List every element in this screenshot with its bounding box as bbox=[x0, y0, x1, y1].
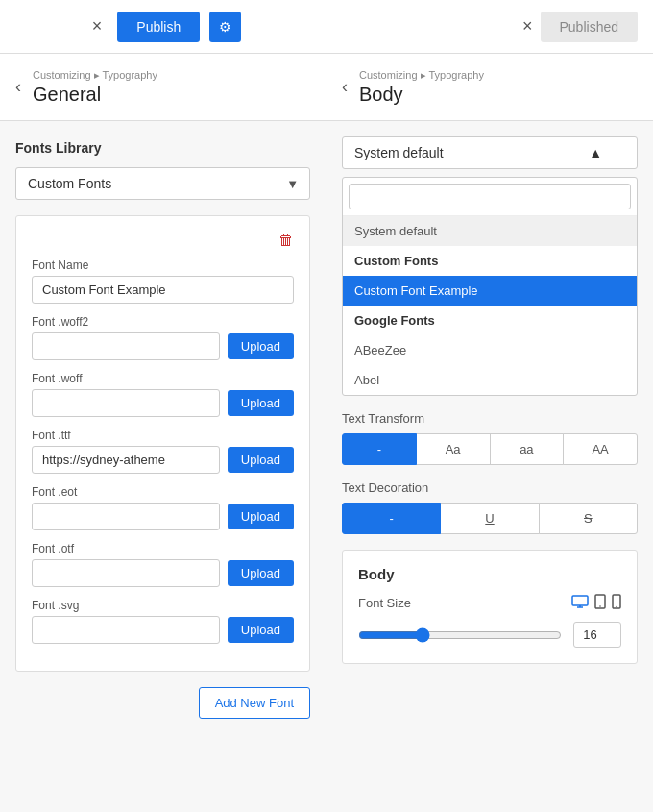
published-button: Published bbox=[541, 12, 639, 42]
dropdown-search-input[interactable] bbox=[349, 184, 631, 209]
font-svg-row: Upload bbox=[32, 616, 294, 644]
fonts-select[interactable]: Custom Fonts bbox=[15, 167, 310, 200]
font-eot-field: Font .eot Upload bbox=[32, 485, 294, 530]
svg-point-4 bbox=[599, 605, 601, 607]
upload-otf-button[interactable]: Upload bbox=[228, 560, 294, 586]
dropdown-item-label: ABeeZee bbox=[354, 343, 406, 357]
font-ttf-row: Upload bbox=[32, 446, 294, 474]
text-decoration-buttons: - U S bbox=[342, 503, 638, 534]
left-panel: Fonts Library Custom Fonts ▼ 🗑 Font Name… bbox=[0, 121, 326, 812]
top-bar-right: × Published bbox=[326, 0, 653, 53]
decoration-btn-underline[interactable]: U bbox=[440, 503, 539, 534]
font-woff2-row: Upload bbox=[32, 332, 294, 360]
font-woff2-input[interactable] bbox=[32, 332, 220, 360]
font-woff-row: Upload bbox=[32, 389, 294, 417]
font-card: 🗑 Font Name Font .woff2 Upload Font .wof… bbox=[15, 215, 310, 672]
transform-btn-lowercase[interactable]: aa bbox=[490, 433, 565, 465]
top-bar: × Publish ⚙ × Published bbox=[0, 0, 653, 54]
font-otf-field: Font .otf Upload bbox=[32, 542, 294, 587]
body-section-title: Body bbox=[358, 566, 621, 582]
back-arrow-right[interactable]: ‹ bbox=[342, 77, 348, 97]
font-woff-field: Font .woff Upload bbox=[32, 372, 294, 417]
font-woff2-label: Font .woff2 bbox=[32, 315, 294, 329]
font-svg-input[interactable] bbox=[32, 616, 220, 644]
transform-btn-none[interactable]: - bbox=[342, 433, 417, 465]
font-size-label: Font Size bbox=[358, 596, 411, 610]
dropdown-item-label: Custom Font Example bbox=[354, 283, 478, 298]
publish-button[interactable]: Publish bbox=[117, 12, 200, 42]
delete-font-button[interactable]: 🗑 bbox=[278, 232, 294, 249]
upload-woff2-button[interactable]: Upload bbox=[228, 333, 294, 359]
font-ttf-input[interactable] bbox=[32, 446, 220, 474]
slider-row bbox=[358, 622, 621, 648]
transform-btn-capitalize[interactable]: Aa bbox=[416, 433, 491, 465]
device-icons bbox=[571, 594, 621, 612]
font-dropdown-trigger[interactable]: System default ▲ bbox=[342, 136, 638, 169]
dropdown-item-custom-font-example[interactable]: Custom Font Example bbox=[343, 276, 637, 306]
right-panel: System default ▲ System default Custom F… bbox=[326, 121, 653, 812]
upload-svg-button[interactable]: Upload bbox=[228, 617, 294, 643]
dropdown-item-abel[interactable]: Abel bbox=[343, 365, 637, 395]
decoration-btn-strikethrough[interactable]: S bbox=[539, 503, 638, 534]
add-new-font-button[interactable]: Add New Font bbox=[199, 687, 310, 719]
dropdown-item-system-default[interactable]: System default bbox=[343, 216, 637, 246]
tablet-icon[interactable] bbox=[594, 594, 606, 612]
text-decoration-label: Text Decoration bbox=[342, 480, 638, 495]
fonts-select-wrapper: Custom Fonts ▼ bbox=[15, 167, 310, 200]
font-card-header: 🗑 bbox=[32, 232, 294, 249]
font-eot-label: Font .eot bbox=[32, 485, 294, 499]
font-otf-label: Font .otf bbox=[32, 542, 294, 555]
breadcrumb-path-right: Customizing ▸ Typography bbox=[359, 69, 484, 82]
font-dropdown-container: System default ▲ bbox=[342, 136, 638, 169]
dropdown-item-label: System default bbox=[354, 224, 437, 238]
fonts-library-title: Fonts Library bbox=[15, 140, 310, 156]
add-new-font-row: Add New Font bbox=[15, 687, 310, 719]
upload-eot-button[interactable]: Upload bbox=[228, 504, 294, 529]
breadcrumb-row: ‹ Customizing ▸ Typography General ‹ Cus… bbox=[0, 54, 653, 121]
gear-button[interactable]: ⚙ bbox=[209, 12, 241, 42]
font-svg-field: Font .svg Upload bbox=[32, 599, 294, 644]
font-otf-input[interactable] bbox=[32, 559, 220, 587]
font-name-input[interactable] bbox=[32, 276, 294, 304]
top-bar-left: × Publish ⚙ bbox=[0, 0, 326, 53]
dropdown-trigger-value: System default bbox=[354, 145, 444, 160]
close-button-right[interactable]: × bbox=[515, 12, 541, 40]
dropdown-search-wrapper bbox=[343, 178, 637, 216]
breadcrumb-right: ‹ Customizing ▸ Typography Body bbox=[326, 54, 653, 120]
font-size-slider[interactable] bbox=[358, 627, 562, 643]
font-eot-input[interactable] bbox=[32, 503, 220, 530]
dropdown-item-abeezee[interactable]: ABeeZee bbox=[343, 335, 637, 365]
font-name-field: Font Name bbox=[32, 258, 294, 304]
svg-point-6 bbox=[616, 606, 617, 607]
font-otf-row: Upload bbox=[32, 559, 294, 587]
breadcrumb-text-left: Customizing ▸ Typography General bbox=[33, 69, 157, 106]
font-ttf-field: Font .ttf Upload bbox=[32, 429, 294, 474]
upload-ttf-button[interactable]: Upload bbox=[228, 447, 294, 473]
breadcrumb-path-left: Customizing ▸ Typography bbox=[33, 69, 157, 82]
font-dropdown-menu: System default Custom Fonts Custom Font … bbox=[342, 177, 638, 396]
text-transform-section: Text Transform - Aa aa AA bbox=[342, 411, 638, 465]
font-name-label: Font Name bbox=[32, 258, 294, 272]
font-woff2-field: Font .woff2 Upload bbox=[32, 315, 294, 360]
font-ttf-label: Font .ttf bbox=[32, 429, 294, 442]
font-size-row: Font Size bbox=[358, 594, 621, 612]
close-button-left[interactable]: × bbox=[85, 12, 110, 40]
text-transform-label: Text Transform bbox=[342, 411, 638, 426]
mobile-icon[interactable] bbox=[612, 594, 621, 612]
dropdown-group-google-fonts: Google Fonts bbox=[343, 306, 637, 335]
font-woff-input[interactable] bbox=[32, 389, 220, 417]
back-arrow-left[interactable]: ‹ bbox=[15, 77, 21, 97]
breadcrumb-left: ‹ Customizing ▸ Typography General bbox=[0, 54, 326, 120]
decoration-btn-none[interactable]: - bbox=[342, 503, 441, 534]
transform-btn-uppercase[interactable]: AA bbox=[563, 433, 638, 465]
upload-woff-button[interactable]: Upload bbox=[228, 390, 294, 416]
dropdown-item-label: Abel bbox=[354, 373, 379, 387]
text-transform-buttons: - Aa aa AA bbox=[342, 433, 638, 465]
svg-rect-0 bbox=[572, 596, 588, 605]
text-decoration-section: Text Decoration - U S bbox=[342, 480, 638, 534]
desktop-icon[interactable] bbox=[571, 595, 589, 611]
font-size-number-input[interactable] bbox=[573, 622, 621, 648]
breadcrumb-text-right: Customizing ▸ Typography Body bbox=[359, 69, 484, 106]
font-eot-row: Upload bbox=[32, 503, 294, 530]
main-content: Fonts Library Custom Fonts ▼ 🗑 Font Name… bbox=[0, 121, 653, 812]
